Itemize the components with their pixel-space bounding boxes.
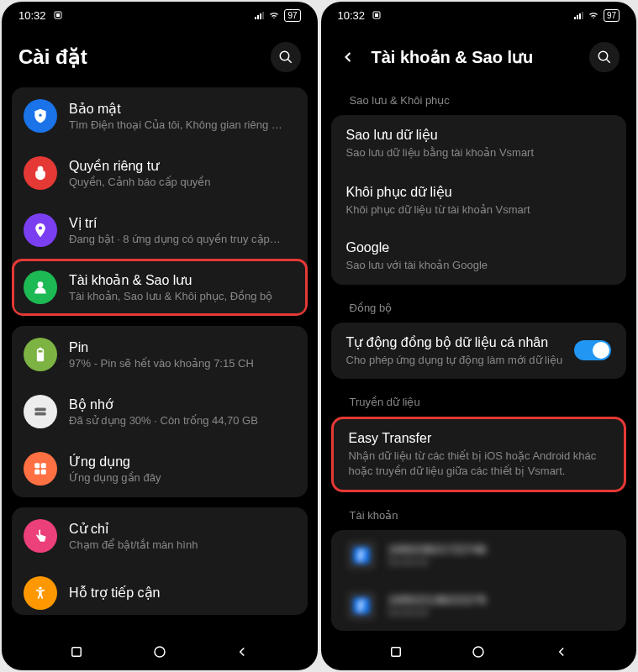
row-text: Bảo mật Tìm Điện thoại Của tôi, Không gi…: [69, 101, 296, 131]
settings-row[interactable]: Easy Transfer Nhận dữ liệu từ các thiết …: [334, 419, 625, 490]
status-time: 10:32: [338, 9, 366, 22]
android-navbar: [321, 633, 637, 670]
wifi-icon: [269, 10, 279, 20]
row-subtitle: Đã sử dụng 30% · Còn trống 44,70 GB: [69, 414, 296, 427]
row-title: Hỗ trợ tiếp cận: [69, 585, 296, 601]
account-row[interactable]: 100023621722746 facebook: [331, 530, 627, 580]
signal-icon: [255, 11, 264, 19]
nav-recent-icon[interactable]: [69, 644, 84, 659]
header: Cài đặt: [2, 29, 318, 87]
row-subtitle: Tìm Điện thoại Của tôi, Không gian riêng…: [69, 118, 296, 131]
settings-row[interactable]: Google Sao lưu với tài khoản Google: [331, 228, 627, 285]
svg-rect-15: [41, 470, 46, 475]
nav-recent-icon[interactable]: [388, 644, 403, 659]
svg-rect-12: [34, 463, 40, 468]
row-text: Easy Transfer Nhận dữ liệu từ các thiết …: [349, 431, 609, 478]
page-title: Tài khoản & Sao lưu: [372, 47, 577, 67]
section-header: Truyền dữ liệu: [331, 389, 627, 417]
row-title: Cử chỉ: [69, 521, 296, 537]
row-text: Vị trí Đang bật · 8 ứng dụng có quyền tr…: [69, 215, 296, 245]
signal-icon: [574, 11, 583, 19]
svg-rect-17: [72, 648, 82, 657]
nav-home-icon[interactable]: [471, 644, 486, 659]
battery-icon: 97: [284, 9, 300, 22]
row-title: Google: [346, 240, 612, 255]
settings-row-user[interactable]: Tài khoản & Sao lưu Tài khoản, Sao lưu &…: [12, 259, 308, 316]
nav-back-icon[interactable]: [554, 644, 569, 659]
screenshot-icon: [53, 10, 63, 20]
statusbar: 10:32 97: [2, 2, 318, 29]
chevron-left-icon: [340, 49, 356, 66]
row-subtitle: Nhận dữ liệu từ các thiết bị iOS hoặc An…: [349, 449, 609, 478]
nav-home-icon[interactable]: [152, 644, 167, 659]
row-subtitle: Tài khoản, Sao lưu & Khôi phục, Đồng bộ: [69, 290, 296, 302]
svg-rect-25: [392, 648, 401, 657]
svg-rect-11: [34, 412, 46, 416]
settings-list[interactable]: Bảo mật Tìm Điện thoại Của tôi, Không gi…: [2, 87, 318, 633]
phone-left: 10:32 97 Cài đặt Bảo mật Tìm Điện thoại …: [2, 2, 318, 670]
settings-row-storage[interactable]: Bộ nhớ Đã sử dụng 30% · Còn trống 44,70 …: [12, 383, 308, 440]
settings-row-gesture[interactable]: Cử chỉ Chạm để bật/tắt màn hình: [12, 507, 308, 564]
row-title: Easy Transfer: [349, 431, 609, 446]
svg-rect-9: [39, 350, 43, 353]
row-text: Quyền riêng tư Quyền, Cảnh báo cấp quyền: [69, 158, 296, 188]
gesture-icon: [24, 519, 57, 553]
row-title: Pin: [69, 340, 296, 355]
row-title: Bảo mật: [69, 101, 296, 117]
account-backup-list[interactable]: Sao lưu & Khôi phục Sao lưu dữ liệu Sao …: [321, 87, 637, 633]
svg-point-4: [39, 114, 41, 117]
back-button[interactable]: [338, 47, 358, 67]
statusbar: 10:32 97: [321, 2, 637, 29]
account-text: 100023621722746 facebook: [388, 543, 487, 568]
section-header: Đồng bộ: [331, 295, 627, 323]
access-icon: [24, 576, 57, 610]
settings-row-hand[interactable]: Quyền riêng tư Quyền, Cảnh báo cấp quyền: [12, 144, 308, 202]
battery-icon: 97: [604, 9, 620, 22]
svg-rect-14: [34, 470, 40, 475]
settings-row[interactable]: Sao lưu dữ liệu Sao lưu dữ liệu bằng tài…: [331, 115, 627, 172]
settings-row[interactable]: Khôi phục dữ liệu Khôi phục dữ liệu từ t…: [331, 172, 627, 229]
nav-back-icon[interactable]: [235, 644, 250, 659]
svg-rect-1: [56, 13, 60, 17]
settings-group: Pin 97% - Pin sẽ hết vào khoảng 7:15 CH …: [12, 326, 308, 497]
settings-row-shield[interactable]: Bảo mật Tìm Điện thoại Của tôi, Không gi…: [12, 87, 308, 144]
status-time: 10:32: [18, 9, 46, 22]
row-text: Tự động đồng bộ dữ liệu cá nhân Cho phép…: [346, 334, 565, 368]
row-title: Ứng dụng: [69, 454, 296, 470]
settings-row-apps[interactable]: Ứng dụng Ứng dụng gần đây: [12, 440, 308, 497]
row-title: Vị trí: [69, 215, 296, 231]
row-subtitle: Sao lưu dữ liệu bằng tài khoản Vsmart: [346, 145, 612, 160]
svg-rect-20: [375, 13, 378, 17]
row-text: Khôi phục dữ liệu Khôi phục dữ liệu từ t…: [346, 184, 612, 218]
section-header: Tài khoản: [331, 502, 627, 530]
row-text: Pin 97% - Pin sẽ hết vào khoảng 7:15 CH: [69, 340, 296, 370]
row-subtitle: Ứng dụng gần đây: [69, 471, 296, 484]
account-row[interactable]: 100522138222276 facebook: [331, 580, 627, 631]
settings-row-location[interactable]: Vị trí Đang bật · 8 ứng dụng có quyền tr…: [12, 202, 308, 259]
row-text: Bộ nhớ Đã sử dụng 30% · Còn trống 44,70 …: [69, 396, 296, 427]
search-icon: [278, 50, 293, 65]
settings-group: Easy Transfer Nhận dữ liệu từ các thiết …: [331, 417, 627, 492]
row-text: Google Sao lưu với tài khoản Google: [346, 240, 612, 273]
settings-row-battery[interactable]: Pin 97% - Pin sẽ hết vào khoảng 7:15 CH: [12, 326, 308, 383]
row-title: Tự động đồng bộ dữ liệu cá nhân: [346, 334, 565, 350]
row-subtitle: Đang bật · 8 ứng dụng có quyền truy cập…: [69, 233, 296, 245]
svg-point-18: [155, 647, 165, 657]
account-text: 100522138222276 facebook: [388, 593, 487, 618]
toggle-switch[interactable]: [574, 340, 611, 360]
phone-right: 10:32 97 Tài khoản & Sao lưu Sao lưu & K…: [321, 2, 637, 670]
settings-row[interactable]: Tự động đồng bộ dữ liệu cá nhân Cho phép…: [331, 323, 627, 380]
row-subtitle: Sao lưu với tài khoản Google: [346, 258, 612, 273]
svg-rect-13: [41, 463, 46, 468]
row-text: Sao lưu dữ liệu Sao lưu dữ liệu bằng tài…: [346, 127, 612, 160]
svg-line-22: [606, 59, 610, 63]
user-icon: [24, 270, 57, 304]
svg-rect-8: [39, 348, 41, 350]
search-button[interactable]: [589, 42, 620, 72]
settings-row-access[interactable]: Hỗ trợ tiếp cận: [12, 564, 308, 615]
svg-point-6: [38, 281, 44, 287]
search-button[interactable]: [271, 42, 301, 72]
row-title: Bộ nhớ: [69, 396, 296, 412]
svg-point-2: [280, 51, 289, 60]
settings-group: 100023621722746 facebook 100522138222276…: [331, 530, 627, 631]
